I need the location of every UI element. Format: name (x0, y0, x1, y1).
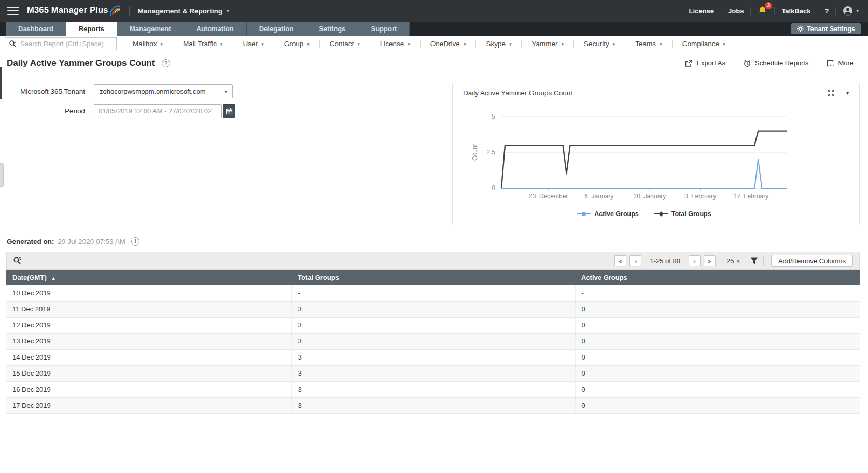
table-row[interactable]: 12 Dec 201930 (6, 317, 860, 333)
category-security[interactable]: Security▾ (574, 40, 625, 48)
chevron-down-icon[interactable]: ▾ (219, 85, 232, 98)
report-table: Date(GMT)▲ Total Groups Active Groups 10… (6, 270, 860, 414)
tenant-settings-button[interactable]: Tenant Settings (791, 23, 861, 34)
report-search[interactable] (5, 37, 117, 50)
calendar-button[interactable] (223, 104, 235, 118)
topbar-divider (129, 6, 130, 16)
prev-page-button[interactable]: ‹ (629, 255, 641, 266)
info-icon[interactable]: i (131, 237, 139, 246)
help-link[interactable]: ? (818, 7, 836, 15)
expand-chart-button[interactable] (827, 89, 835, 97)
license-link[interactable]: License (682, 7, 721, 15)
table-cell: 10 Dec 2019 (6, 285, 291, 301)
report-filters: Microsoft 365 Tenant zohocorpwsmopm.onmi… (7, 84, 276, 124)
table-cell: 3 (291, 365, 575, 381)
logo-swoosh-icon (109, 3, 121, 17)
table-row[interactable]: 14 Dec 201930 (6, 349, 860, 365)
funnel-icon (750, 257, 758, 265)
table-row[interactable]: 16 Dec 201930 (6, 381, 860, 397)
category-mail-traffic[interactable]: Mail Traffic▾ (173, 40, 233, 48)
chart-card-header: Daily Active Yammer Groups Count ▾ (453, 83, 859, 103)
svg-text:17. February: 17. February (733, 193, 768, 200)
category-user[interactable]: User▾ (233, 40, 274, 48)
category-mailbox[interactable]: Mailbox▾ (123, 40, 173, 48)
chevron-down-icon: ▾ (220, 41, 223, 47)
category-yammer[interactable]: Yammer▾ (522, 40, 573, 48)
user-avatar-icon (842, 5, 853, 17)
column-header-active-groups[interactable]: Active Groups (575, 270, 860, 285)
talkback-link[interactable]: TalkBack (775, 7, 817, 15)
category-group[interactable]: Group▾ (274, 40, 319, 48)
legend-item-active-groups[interactable]: Active Groups (577, 210, 638, 218)
sort-asc-icon: ▲ (51, 276, 56, 281)
table-cell: 3 (291, 381, 575, 397)
first-page-button[interactable]: « (614, 255, 626, 266)
tenant-settings-label: Tenant Settings (807, 25, 855, 33)
table-cell: 3 (291, 349, 575, 365)
table-row[interactable]: 11 Dec 201930 (6, 301, 860, 317)
app-window: M365 Manager Plus Management & Reporting… (0, 0, 868, 473)
export-as-label: Export As (696, 59, 725, 67)
tab-management[interactable]: Management (117, 22, 184, 36)
svg-text:Count: Count (471, 144, 479, 161)
topbar-right: License Jobs 3 TalkBack ? (682, 5, 861, 17)
table-cell: 3 (291, 301, 575, 317)
schedule-reports-button[interactable]: Schedule Reports (743, 59, 808, 67)
table-cell: 3 (291, 397, 575, 413)
tab-dashboard[interactable]: Dashboard (6, 22, 66, 36)
panel-scrollbar-thumb[interactable] (0, 163, 4, 187)
topbar: M365 Manager Plus Management & Reporting… (0, 0, 868, 22)
last-page-button[interactable]: » (704, 255, 716, 266)
legend-marker-diamond (654, 211, 668, 217)
table-row[interactable]: 15 Dec 201930 (6, 365, 860, 381)
tab-settings[interactable]: Settings (306, 22, 358, 36)
report-actions: Export As Schedule Reports More (684, 59, 853, 67)
next-page-button[interactable]: › (689, 255, 701, 266)
jobs-link[interactable]: Jobs (721, 7, 750, 15)
chevron-down-icon: ▾ (307, 41, 310, 47)
menu-icon[interactable] (7, 7, 19, 15)
generated-label: Generated on: (7, 238, 54, 246)
table-cell: 3 (291, 333, 575, 349)
notifications-button[interactable]: 3 (751, 6, 774, 17)
chevron-down-icon: ▾ (723, 41, 725, 47)
help-icon[interactable]: ? (162, 59, 170, 67)
calendar-icon (226, 108, 233, 115)
export-as-button[interactable]: Export As (684, 59, 725, 67)
category-teams[interactable]: Teams▾ (625, 40, 671, 48)
chevron-down-icon: ▾ (464, 41, 466, 47)
category-skype[interactable]: Skype▾ (476, 40, 521, 48)
chart-menu-button[interactable]: ▾ (846, 90, 849, 96)
search-input[interactable] (20, 40, 113, 48)
table-row[interactable]: 17 Dec 201930 (6, 397, 860, 413)
report-filter-bar: Mailbox▾Mail Traffic▾User▾Group▾Contact▾… (0, 36, 868, 52)
tab-reports[interactable]: Reports (66, 22, 117, 36)
search-icon (9, 40, 17, 48)
category-license[interactable]: License▾ (370, 40, 420, 48)
column-header-date[interactable]: Date(GMT)▲ (6, 270, 291, 285)
table-cell: 17 Dec 2019 (6, 397, 291, 413)
table-row[interactable]: 10 Dec 2019-- (6, 285, 860, 301)
filter-button[interactable] (750, 257, 758, 265)
table-row[interactable]: 13 Dec 201930 (6, 333, 860, 349)
category-contact[interactable]: Contact▾ (320, 40, 370, 48)
category-onedrive[interactable]: OneDrive▾ (421, 40, 476, 48)
period-input[interactable] (94, 104, 222, 118)
add-remove-columns-button[interactable]: Add/Remove Columns (771, 255, 853, 267)
svg-text:23. December: 23. December (529, 193, 568, 200)
tab-delegation[interactable]: Delegation (247, 22, 306, 36)
context-switcher[interactable]: Management & Reporting ▾ (138, 7, 229, 15)
tab-automation[interactable]: Automation (184, 22, 247, 36)
table-cell: 0 (575, 397, 860, 413)
tenant-select[interactable]: zohocorpwsmopm.onmicrosoft.com ▾ (94, 84, 233, 98)
category-compliance[interactable]: Compliance▾ (673, 40, 735, 48)
table-search-icon[interactable] (13, 256, 22, 265)
column-header-total-groups[interactable]: Total Groups (291, 270, 575, 285)
collapsed-panel-handle[interactable] (0, 67, 2, 99)
tab-support[interactable]: Support (358, 22, 410, 36)
legend-item-total-groups[interactable]: Total Groups (654, 210, 711, 218)
more-button[interactable]: More (826, 59, 853, 67)
account-menu[interactable]: ▾ (836, 5, 861, 17)
chevron-down-icon: ▾ (161, 41, 163, 47)
page-size-select[interactable]: 25 ▾ (726, 257, 739, 265)
